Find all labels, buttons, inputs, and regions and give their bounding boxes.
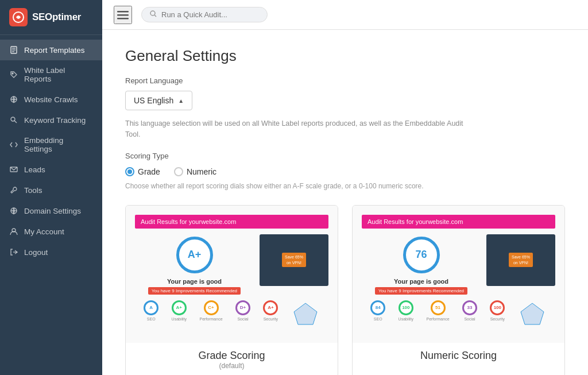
numeric-circle-seo: 84 SEO (370, 300, 385, 334)
grade-radio-option[interactable]: Grade (125, 167, 160, 176)
logo-area[interactable]: SEOptimer (0, 0, 102, 35)
sidebar-label-white-label-reports: White Label Reports (24, 66, 93, 83)
svg-point-5 (12, 73, 13, 74)
search-bar[interactable] (141, 7, 268, 22)
radio-group: Grade Numeric (125, 167, 565, 176)
language-value: US English (134, 96, 173, 105)
scoring-note: Choose whether all report scoring dials … (125, 181, 447, 191)
sidebar-item-tools[interactable]: Tools (0, 180, 102, 200)
page-title: General Settings (125, 47, 565, 65)
grade-label-security: Security (264, 317, 278, 321)
grade-circle-seo: A SEO (144, 300, 158, 334)
numeric-circle-usability: 100 Usability (399, 300, 413, 334)
svg-point-18 (150, 11, 155, 16)
numeric-circle-performance: 51 Performance (426, 300, 449, 334)
language-dropdown[interactable]: US English ▲ (125, 91, 192, 110)
logo-icon (9, 8, 28, 26)
sidebar-label-tools: Tools (24, 186, 42, 195)
grade-label-social: Social (237, 317, 248, 321)
tool-icon (9, 185, 18, 195)
sidebar-item-keyword-tracking[interactable]: Keyword Tracking (0, 110, 102, 130)
svg-rect-16 (117, 14, 129, 16)
sidebar-item-my-account[interactable]: My Account (0, 221, 102, 242)
grade-radio-circle (125, 167, 134, 176)
grade-mock-ad: Save 65%on VPN! (282, 253, 306, 266)
key-icon (9, 115, 18, 125)
sidebar-item-leads[interactable]: Leads (0, 159, 102, 180)
sidebar-label-my-account: My Account (24, 227, 64, 236)
mail-icon (9, 165, 18, 174)
numeric-score-value: 76 (415, 249, 427, 261)
numeric-spider-chart (518, 300, 547, 329)
numeric-circle-usability-value: 100 (399, 300, 413, 315)
numeric-mini-circles: 84 SEO 100 Usability 51 Performance 33 (362, 300, 555, 334)
sidebar-item-logout[interactable]: Logout (0, 242, 102, 262)
grade-mock-screen: Save 65%on VPN! (260, 234, 328, 286)
grade-label-performance: Performance (199, 317, 222, 321)
grade-card-footer: Grade Scoring (default) (126, 343, 338, 376)
grade-score-value: A+ (188, 249, 202, 261)
grade-circle-performance: C+ Performance (199, 300, 222, 334)
logout-icon (9, 248, 18, 257)
svg-line-9 (14, 121, 17, 123)
code-icon (9, 140, 18, 149)
grade-scoring-card: Audit Results for yourwebsite.com A+ You… (125, 205, 338, 376)
sidebar-item-domain-settings[interactable]: Domain Settings (0, 200, 102, 221)
user-icon (9, 227, 18, 236)
numeric-scoring-card: Audit Results for yourwebsite.com 76 You… (352, 205, 565, 376)
numeric-label-seo: SEO (374, 317, 382, 321)
grade-spider-chart (291, 300, 320, 329)
numeric-big-circle: 76 (403, 237, 440, 273)
grade-circle-security: A+ Security (263, 300, 278, 334)
sidebar-label-domain-settings: Domain Settings (24, 207, 81, 215)
grade-radio-label: Grade (138, 167, 160, 176)
sidebar-label-keyword-tracking: Keyword Tracking (24, 116, 86, 125)
sidebar-item-white-label-reports[interactable]: White Label Reports (0, 60, 102, 89)
numeric-card-footer: Numeric Scoring (353, 343, 564, 369)
grade-circle-social-value: D+ (235, 300, 250, 315)
svg-line-19 (154, 15, 156, 17)
sidebar-item-embedding-settings[interactable]: Embedding Settings (0, 130, 102, 159)
grade-circle-usability: A+ Usability (172, 300, 187, 334)
numeric-circle-performance-value: 51 (431, 300, 446, 315)
search-icon (150, 10, 157, 19)
search-input[interactable] (161, 10, 247, 19)
numeric-label-social: Social (464, 317, 475, 321)
grade-circle-security-value: A+ (263, 300, 278, 315)
nav-items: Report Templates White Label Reports Web… (0, 35, 102, 375)
sidebar: SEOptimer Report Templates White Label R… (0, 0, 102, 375)
hamburger-button[interactable] (114, 6, 132, 24)
content-area: General Settings Report Language US Engl… (102, 30, 588, 375)
numeric-card-preview: Audit Results for yourwebsite.com 76 You… (353, 206, 564, 343)
svg-rect-17 (117, 18, 129, 20)
numeric-radio-label: Numeric (187, 167, 216, 176)
sidebar-label-embedding-settings: Embedding Settings (24, 136, 93, 153)
main-area: General Settings Report Language US Engl… (102, 0, 588, 375)
grade-label-usability: Usability (172, 317, 187, 321)
numeric-label-usability: Usability (399, 317, 413, 321)
numeric-circle-seo-value: 84 (370, 300, 385, 315)
globe2-icon (9, 206, 18, 215)
grade-footer-title: Grade Scoring (133, 350, 331, 362)
scoring-cards: Audit Results for yourwebsite.com A+ You… (125, 205, 565, 376)
tag-icon (9, 70, 18, 79)
grade-circle-performance-value: C+ (204, 300, 219, 315)
sidebar-item-report-templates[interactable]: Report Templates (0, 40, 102, 60)
grade-circle-social: D+ Social (235, 300, 250, 334)
numeric-radio-option[interactable]: Numeric (174, 167, 216, 176)
scoring-type-label: Scoring Type (125, 152, 565, 160)
numeric-label-performance: Performance (426, 317, 449, 321)
file-icon (9, 45, 18, 55)
report-language-label: Report Language (125, 76, 565, 85)
numeric-circle-social: 33 Social (462, 300, 477, 334)
grade-circle-seo-value: A (144, 300, 158, 315)
numeric-mock-screen: Save 65%on VPN! (486, 234, 555, 286)
numeric-label-security: Security (490, 317, 505, 321)
topbar (102, 0, 588, 30)
sidebar-item-website-crawls[interactable]: Website Crawls (0, 89, 102, 110)
svg-marker-20 (294, 303, 317, 324)
sidebar-label-logout: Logout (24, 248, 48, 257)
svg-marker-21 (521, 303, 544, 324)
numeric-audit-header: Audit Results for yourwebsite.com (362, 215, 555, 229)
grade-card-screenshot: Save 65%on VPN! (260, 234, 328, 286)
